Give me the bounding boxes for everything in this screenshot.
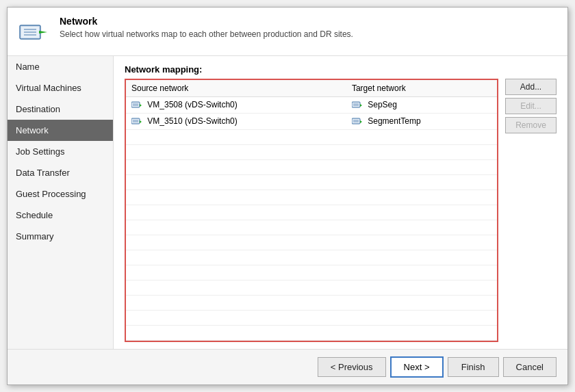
svg-marker-25	[360, 120, 362, 123]
svg-rect-12	[353, 103, 359, 107]
sidebar-item-summary[interactable]: Summary	[8, 226, 113, 247]
svg-marker-20	[140, 120, 142, 123]
source-cell-1: VM_3508 (vDS-Switch0)	[126, 97, 346, 114]
section-label: Network mapping:	[125, 64, 557, 75]
main-dialog: Network Select how virtual networks map …	[7, 7, 568, 385]
sidebar-item-destination[interactable]: Destination	[8, 99, 113, 120]
remove-button[interactable]: Remove	[505, 117, 557, 133]
sidebar-item-schedule[interactable]: Schedule	[8, 205, 113, 226]
target-cell-1: SepSeg	[346, 97, 497, 114]
network-source-icon-2	[131, 117, 142, 127]
svg-marker-10	[140, 104, 142, 107]
network-target-icon-2	[352, 117, 363, 127]
mapping-table: Source network Target network	[126, 80, 497, 341]
main-content: Network mapping: Source network Target n…	[114, 56, 567, 349]
source-cell-2: VM_3510 (vDS-Switch0)	[126, 113, 346, 129]
edit-button[interactable]: Edit...	[505, 98, 557, 114]
table-row[interactable]: VM_3508 (vDS-Switch0)	[126, 97, 497, 114]
source-value-1: VM_3508 (vDS-Switch0)	[147, 100, 237, 109]
cancel-button[interactable]: Cancel	[503, 357, 557, 377]
sidebar-item-job-settings[interactable]: Job Settings	[8, 141, 113, 162]
finish-button[interactable]: Finish	[448, 357, 499, 377]
network-target-icon-1	[352, 101, 363, 110]
mapping-table-wrapper: Source network Target network	[125, 79, 498, 342]
dialog-description: Select how virtual networks map to each …	[60, 29, 353, 39]
sidebar: Name Virtual Machines Destination Networ…	[8, 56, 114, 349]
dialog-header-text: Network Select how virtual networks map …	[60, 16, 353, 39]
svg-rect-7	[132, 103, 139, 107]
target-cell-2: SegmentTemp	[346, 113, 497, 129]
col-target: Target network	[346, 80, 497, 97]
dialog-footer: < Previous Next > Finish Cancel	[8, 349, 567, 384]
col-source: Source network	[126, 80, 346, 97]
svg-marker-5	[39, 31, 47, 34]
sidebar-item-data-transfer[interactable]: Data Transfer	[8, 162, 113, 183]
target-value-2: SegmentTemp	[368, 116, 420, 126]
network-source-icon-1	[131, 101, 142, 110]
sidebar-item-virtual-machines[interactable]: Virtual Machines	[8, 77, 113, 99]
dialog-header: Network Select how virtual networks map …	[8, 8, 567, 56]
svg-marker-15	[360, 104, 362, 107]
sidebar-item-network[interactable]: Network	[8, 120, 113, 141]
network-mapping-container: Source network Target network	[125, 79, 557, 342]
svg-rect-17	[132, 119, 139, 123]
network-header-icon	[18, 16, 51, 49]
sidebar-item-guest-processing[interactable]: Guest Processing	[8, 183, 113, 205]
sidebar-item-name[interactable]: Name	[8, 56, 113, 77]
source-value-2: VM_3510 (vDS-Switch0)	[147, 116, 237, 126]
previous-button[interactable]: < Previous	[318, 357, 386, 377]
side-buttons: Add... Edit... Remove	[505, 79, 557, 342]
add-button[interactable]: Add...	[505, 79, 557, 95]
dialog-body: Name Virtual Machines Destination Networ…	[8, 56, 567, 349]
target-value-1: SepSeg	[368, 100, 397, 109]
table-row[interactable]: VM_3510 (vDS-Switch0)	[126, 113, 497, 129]
next-button[interactable]: Next >	[390, 356, 444, 378]
dialog-title: Network	[60, 16, 353, 27]
svg-rect-22	[353, 119, 359, 123]
